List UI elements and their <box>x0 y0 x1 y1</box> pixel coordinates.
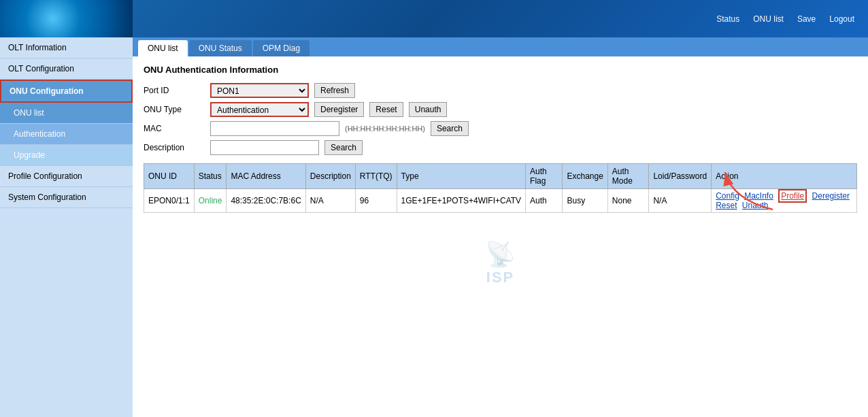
deregister-button[interactable]: Deregister <box>314 102 364 117</box>
logo-area <box>0 0 133 37</box>
cell-rtt: 96 <box>355 189 397 213</box>
tab-opm-diag[interactable]: OPM Diag <box>253 40 310 56</box>
action-deregister[interactable]: Deregister <box>812 191 850 201</box>
nav-save[interactable]: Save <box>797 14 816 24</box>
action-unauth[interactable]: Unauth <box>742 201 769 210</box>
col-onu-id: ONU ID <box>144 164 195 189</box>
cell-status: Online <box>194 189 227 213</box>
page-content: ONU Authentication Information Port ID P… <box>133 56 868 295</box>
sidebar-item-system-configuration[interactable]: System Configuration <box>0 187 133 208</box>
sidebar-item-olt-configuration[interactable]: OLT Configuration <box>0 59 133 80</box>
col-mac: MAC Address <box>227 164 305 189</box>
port-id-row: Port ID PON1 PON2 PON3 PON4 Refresh <box>144 83 857 98</box>
sidebar-item-olt-information[interactable]: OLT Information <box>0 37 133 59</box>
mac-search-button[interactable]: Search <box>431 121 469 136</box>
cell-description: N/A <box>305 189 355 213</box>
col-exchange: Exchange <box>563 164 607 189</box>
main-content: ONU list ONU Status OPM Diag ONU Authent… <box>133 37 868 417</box>
tab-onu-list[interactable]: ONU list <box>138 40 188 56</box>
description-input[interactable] <box>210 140 319 155</box>
top-nav: Status ONU list Save Logout <box>716 14 854 24</box>
col-rtt: RTT(TQ) <box>355 164 397 189</box>
cell-auth-mode: None <box>607 189 649 213</box>
mac-row: MAC (HH:HH:HH:HH:HH:HH) Search <box>144 121 857 136</box>
mac-hint: (HH:HH:HH:HH:HH:HH) <box>345 124 425 133</box>
action-profile[interactable]: Profile <box>778 189 807 203</box>
col-loid: Loid/Password <box>649 164 712 189</box>
nav-onu-list[interactable]: ONU list <box>753 14 784 24</box>
action-macinfo[interactable]: MacInfo <box>744 191 773 201</box>
mac-input[interactable] <box>210 121 339 136</box>
desc-search-button[interactable]: Search <box>324 140 363 155</box>
sidebar-item-upgrade[interactable]: Upgrade <box>0 145 133 166</box>
action-reset[interactable]: Reset <box>716 201 737 210</box>
cell-mac: 48:35:2E:0C:7B:6C <box>227 189 305 213</box>
reset-button[interactable]: Reset <box>369 102 403 117</box>
unauth-button[interactable]: Unauth <box>409 102 448 117</box>
cell-auth-flag: Auth <box>526 189 563 213</box>
col-action: Action <box>712 164 857 189</box>
table-row: EPON0/1:1 Online 48:35:2E:0C:7B:6C N/A 9… <box>144 189 857 213</box>
col-auth-flag: Auth Flag <box>526 164 563 189</box>
cell-type: 1GE+1FE+1POTS+4WIFI+CATV <box>397 189 526 213</box>
onu-type-select[interactable]: Authentication All <box>210 102 309 117</box>
cell-action: Config MacInfo Profile Deregister Reset … <box>712 189 857 213</box>
top-header: Status ONU list Save Logout <box>0 0 868 37</box>
nav-status[interactable]: Status <box>716 14 739 24</box>
refresh-button[interactable]: Refresh <box>314 83 355 98</box>
sidebar-item-onu-configuration[interactable]: ONU Configuration <box>0 80 133 103</box>
col-description: Description <box>305 164 355 189</box>
action-config[interactable]: Config <box>716 191 739 201</box>
description-label: Description <box>144 143 205 152</box>
sidebar-item-profile-configuration[interactable]: Profile Configuration <box>0 166 133 187</box>
watermark: 📡 ISP <box>144 240 857 286</box>
sidebar: OLT Information OLT Configuration ONU Co… <box>0 37 133 417</box>
mac-label: MAC <box>144 124 205 133</box>
page-title: ONU Authentication Information <box>144 65 857 75</box>
onu-type-row: ONU Type Authentication All Deregister R… <box>144 102 857 117</box>
col-auth-mode: Auth Mode <box>607 164 649 189</box>
nav-logout[interactable]: Logout <box>829 14 854 24</box>
sidebar-item-authentication[interactable]: Authentication <box>0 124 133 145</box>
logo-globe <box>0 0 133 37</box>
description-row: Description Search <box>144 140 857 155</box>
col-type: Type <box>397 164 526 189</box>
sidebar-item-onu-list[interactable]: ONU list <box>0 103 133 124</box>
cell-exchange: Busy <box>563 189 607 213</box>
onu-type-label: ONU Type <box>144 105 205 114</box>
cell-loid: N/A <box>649 189 712 213</box>
data-table: ONU ID Status MAC Address Description RT… <box>144 163 857 213</box>
tab-bar: ONU list ONU Status OPM Diag <box>133 37 868 56</box>
col-status: Status <box>194 164 227 189</box>
table-header-row: ONU ID Status MAC Address Description RT… <box>144 164 857 189</box>
tab-onu-status[interactable]: ONU Status <box>189 40 252 56</box>
port-id-select[interactable]: PON1 PON2 PON3 PON4 <box>210 83 309 98</box>
port-id-label: Port ID <box>144 86 205 95</box>
layout: OLT Information OLT Configuration ONU Co… <box>0 37 868 417</box>
cell-onu-id: EPON0/1:1 <box>144 189 195 213</box>
